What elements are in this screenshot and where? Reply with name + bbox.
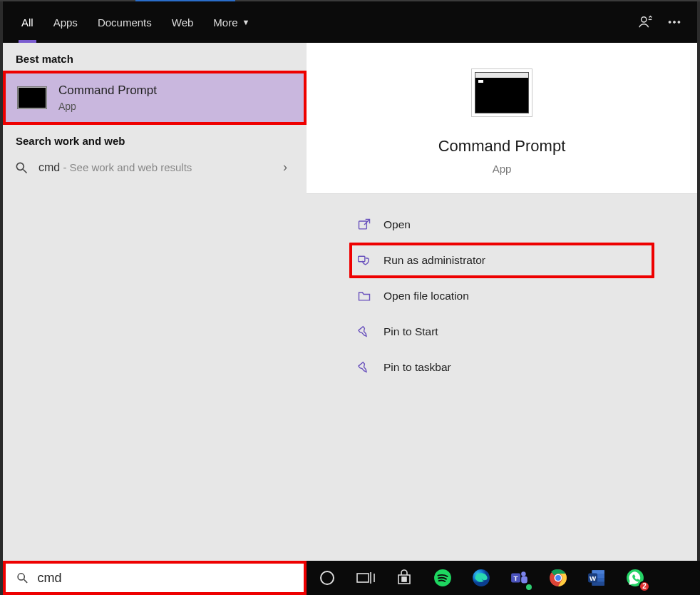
header-tabs: All Apps Documents Web More ▼ [3, 1, 697, 43]
svg-point-4 [16, 163, 24, 170]
taskbar-word[interactable]: W [585, 566, 609, 590]
action-run-as-administrator[interactable]: Run as administrator [349, 243, 654, 278]
tab-apps[interactable]: Apps [43, 9, 88, 36]
svg-rect-17 [405, 580, 407, 582]
open-icon [356, 217, 372, 233]
svg-point-8 [18, 574, 24, 580]
search-box[interactable] [6, 564, 304, 592]
pin-icon [356, 324, 372, 340]
taskbar-cortana[interactable] [315, 566, 339, 590]
best-match-heading: Best match [3, 43, 307, 71]
svg-point-26 [555, 575, 561, 581]
taskbar-chrome[interactable] [546, 566, 570, 590]
search-box-highlight [3, 561, 307, 595]
action-open-location-label: Open file location [384, 290, 469, 302]
svg-text:T: T [514, 574, 518, 582]
search-work-web-heading: Search work and web [3, 125, 307, 153]
svg-text:W: W [590, 574, 597, 582]
svg-rect-23 [521, 576, 527, 584]
action-open[interactable]: Open [349, 207, 654, 243]
more-options-icon[interactable] [660, 8, 689, 36]
svg-rect-14 [402, 577, 404, 579]
preview-thumbnail [471, 68, 532, 117]
svg-rect-15 [405, 577, 407, 579]
web-result-query: cmd [38, 161, 60, 173]
svg-line-5 [24, 169, 27, 173]
action-open-label: Open [384, 218, 411, 231]
svg-rect-16 [402, 580, 404, 582]
taskbar: T W 2 [307, 561, 700, 595]
tab-more-label: More [213, 16, 237, 29]
best-match-result[interactable]: Command Prompt App [6, 73, 304, 122]
action-pin-to-start[interactable]: Pin to Start [349, 314, 654, 350]
preview-title: Command Prompt [314, 137, 690, 156]
folder-icon [356, 288, 372, 304]
svg-point-2 [674, 21, 676, 24]
svg-point-22 [521, 571, 526, 576]
preview-subtitle: App [314, 163, 690, 175]
chevron-right-icon: › [275, 160, 295, 175]
status-available-icon [525, 583, 533, 591]
search-icon [16, 571, 29, 585]
action-pin-taskbar-label: Pin to taskbar [384, 361, 451, 374]
taskbar-task-view[interactable] [354, 566, 378, 590]
feedback-icon[interactable] [632, 8, 660, 36]
tab-more[interactable]: More ▼ [203, 9, 259, 36]
preview-actions: Open Run as administrator Open file loca… [307, 194, 697, 398]
pin-icon [356, 360, 372, 375]
preview-column: Command Prompt App Open Run as administr… [307, 43, 697, 561]
notification-badge: 2 [639, 581, 650, 592]
svg-line-9 [24, 579, 28, 583]
web-result-hint: - See work and web results [60, 161, 192, 173]
best-match-title: Command Prompt [58, 83, 157, 98]
results-column: Best match Command Prompt App Search wor… [3, 43, 307, 561]
best-match-subtitle: App [58, 98, 157, 112]
taskbar-microsoft-store[interactable] [392, 566, 416, 590]
action-open-file-location[interactable]: Open file location [349, 278, 654, 314]
tab-all[interactable]: All [11, 9, 43, 36]
search-icon [14, 161, 29, 175]
taskbar-edge[interactable] [469, 566, 493, 590]
svg-point-3 [678, 21, 680, 24]
svg-rect-11 [357, 574, 369, 582]
preview-header: Command Prompt App [307, 43, 697, 194]
windows-search-panel: All Apps Documents Web More ▼ Best match [0, 0, 700, 595]
best-match-highlight: Command Prompt App [3, 71, 307, 125]
tab-documents[interactable]: Documents [88, 9, 162, 36]
taskbar-whatsapp[interactable]: 2 [623, 566, 647, 590]
action-pin-to-taskbar[interactable]: Pin to taskbar [349, 350, 654, 385]
action-run-admin-label: Run as administrator [384, 254, 485, 267]
taskbar-spotify[interactable] [431, 566, 455, 590]
svg-point-10 [321, 571, 334, 584]
web-result-cmd[interactable]: cmd - See work and web results › [3, 153, 307, 182]
svg-point-0 [642, 17, 647, 22]
svg-rect-6 [359, 221, 367, 229]
command-prompt-icon [17, 86, 47, 109]
shield-icon [356, 253, 372, 268]
search-input[interactable] [37, 571, 294, 586]
svg-point-1 [669, 21, 671, 24]
taskbar-teams[interactable]: T [508, 566, 532, 590]
svg-rect-7 [359, 256, 365, 262]
chevron-down-icon: ▼ [242, 18, 250, 26]
tab-web[interactable]: Web [162, 9, 204, 36]
action-pin-start-label: Pin to Start [384, 325, 438, 338]
